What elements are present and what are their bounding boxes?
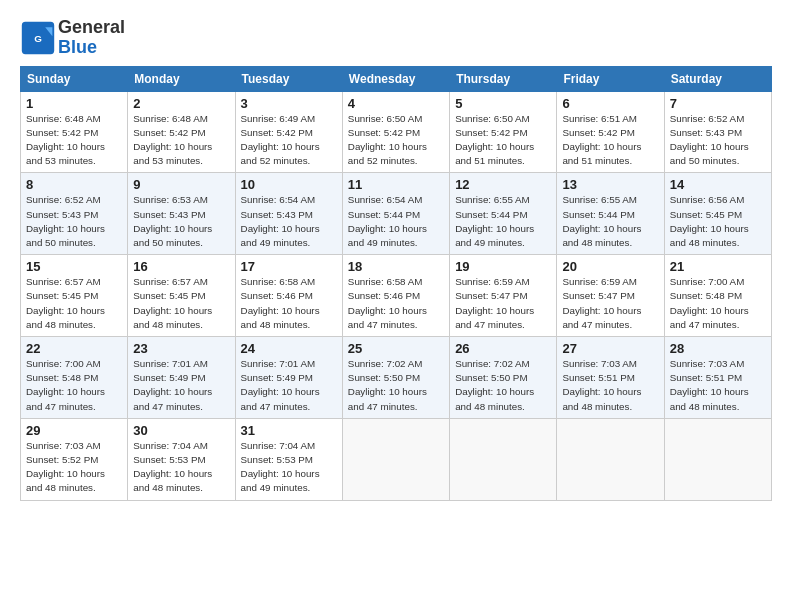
header: G General Blue xyxy=(20,18,772,58)
day-detail: Sunrise: 7:04 AM Sunset: 5:53 PM Dayligh… xyxy=(133,439,229,496)
day-detail: Sunrise: 7:01 AM Sunset: 5:49 PM Dayligh… xyxy=(133,357,229,414)
day-detail: Sunrise: 6:58 AM Sunset: 5:46 PM Dayligh… xyxy=(348,275,444,332)
day-number: 9 xyxy=(133,177,229,192)
day-detail: Sunrise: 6:52 AM Sunset: 5:43 PM Dayligh… xyxy=(670,112,766,169)
day-number: 30 xyxy=(133,423,229,438)
calendar-cell: 19Sunrise: 6:59 AM Sunset: 5:47 PM Dayli… xyxy=(450,255,557,337)
logo-text: General Blue xyxy=(58,18,125,58)
day-header-sunday: Sunday xyxy=(21,66,128,91)
day-number: 5 xyxy=(455,96,551,111)
calendar-page: G General Blue SundayMondayTuesdayWednes… xyxy=(0,0,792,511)
day-number: 17 xyxy=(241,259,337,274)
day-number: 20 xyxy=(562,259,658,274)
day-number: 8 xyxy=(26,177,122,192)
day-detail: Sunrise: 6:58 AM Sunset: 5:46 PM Dayligh… xyxy=(241,275,337,332)
logo-general: General xyxy=(58,17,125,37)
day-detail: Sunrise: 7:00 AM Sunset: 5:48 PM Dayligh… xyxy=(26,357,122,414)
day-number: 28 xyxy=(670,341,766,356)
calendar-cell: 24Sunrise: 7:01 AM Sunset: 5:49 PM Dayli… xyxy=(235,337,342,419)
calendar-cell xyxy=(450,418,557,500)
logo: G General Blue xyxy=(20,18,125,58)
calendar-week-4: 22Sunrise: 7:00 AM Sunset: 5:48 PM Dayli… xyxy=(21,337,772,419)
calendar-cell: 26Sunrise: 7:02 AM Sunset: 5:50 PM Dayli… xyxy=(450,337,557,419)
calendar-cell: 28Sunrise: 7:03 AM Sunset: 5:51 PM Dayli… xyxy=(664,337,771,419)
logo-blue: Blue xyxy=(58,37,97,57)
day-header-friday: Friday xyxy=(557,66,664,91)
day-detail: Sunrise: 6:53 AM Sunset: 5:43 PM Dayligh… xyxy=(133,193,229,250)
day-detail: Sunrise: 6:59 AM Sunset: 5:47 PM Dayligh… xyxy=(455,275,551,332)
day-header-tuesday: Tuesday xyxy=(235,66,342,91)
calendar-cell: 20Sunrise: 6:59 AM Sunset: 5:47 PM Dayli… xyxy=(557,255,664,337)
day-number: 15 xyxy=(26,259,122,274)
day-number: 6 xyxy=(562,96,658,111)
day-detail: Sunrise: 6:57 AM Sunset: 5:45 PM Dayligh… xyxy=(133,275,229,332)
calendar-cell: 5Sunrise: 6:50 AM Sunset: 5:42 PM Daylig… xyxy=(450,91,557,173)
calendar-cell xyxy=(342,418,449,500)
calendar-cell: 6Sunrise: 6:51 AM Sunset: 5:42 PM Daylig… xyxy=(557,91,664,173)
day-detail: Sunrise: 7:00 AM Sunset: 5:48 PM Dayligh… xyxy=(670,275,766,332)
calendar-cell xyxy=(557,418,664,500)
day-header-wednesday: Wednesday xyxy=(342,66,449,91)
day-detail: Sunrise: 6:54 AM Sunset: 5:44 PM Dayligh… xyxy=(348,193,444,250)
day-number: 2 xyxy=(133,96,229,111)
day-detail: Sunrise: 7:03 AM Sunset: 5:51 PM Dayligh… xyxy=(562,357,658,414)
day-detail: Sunrise: 6:59 AM Sunset: 5:47 PM Dayligh… xyxy=(562,275,658,332)
calendar-cell: 10Sunrise: 6:54 AM Sunset: 5:43 PM Dayli… xyxy=(235,173,342,255)
calendar-cell: 29Sunrise: 7:03 AM Sunset: 5:52 PM Dayli… xyxy=(21,418,128,500)
day-number: 12 xyxy=(455,177,551,192)
day-detail: Sunrise: 7:04 AM Sunset: 5:53 PM Dayligh… xyxy=(241,439,337,496)
day-number: 25 xyxy=(348,341,444,356)
day-detail: Sunrise: 6:57 AM Sunset: 5:45 PM Dayligh… xyxy=(26,275,122,332)
calendar-week-1: 1Sunrise: 6:48 AM Sunset: 5:42 PM Daylig… xyxy=(21,91,772,173)
day-detail: Sunrise: 6:51 AM Sunset: 5:42 PM Dayligh… xyxy=(562,112,658,169)
day-number: 4 xyxy=(348,96,444,111)
logo-icon: G xyxy=(20,20,56,56)
day-detail: Sunrise: 6:49 AM Sunset: 5:42 PM Dayligh… xyxy=(241,112,337,169)
day-detail: Sunrise: 6:52 AM Sunset: 5:43 PM Dayligh… xyxy=(26,193,122,250)
calendar-cell: 2Sunrise: 6:48 AM Sunset: 5:42 PM Daylig… xyxy=(128,91,235,173)
calendar-cell: 14Sunrise: 6:56 AM Sunset: 5:45 PM Dayli… xyxy=(664,173,771,255)
day-detail: Sunrise: 6:48 AM Sunset: 5:42 PM Dayligh… xyxy=(26,112,122,169)
calendar-cell: 3Sunrise: 6:49 AM Sunset: 5:42 PM Daylig… xyxy=(235,91,342,173)
day-detail: Sunrise: 6:55 AM Sunset: 5:44 PM Dayligh… xyxy=(562,193,658,250)
calendar-cell: 12Sunrise: 6:55 AM Sunset: 5:44 PM Dayli… xyxy=(450,173,557,255)
day-number: 26 xyxy=(455,341,551,356)
day-header-monday: Monday xyxy=(128,66,235,91)
day-detail: Sunrise: 7:03 AM Sunset: 5:52 PM Dayligh… xyxy=(26,439,122,496)
day-detail: Sunrise: 7:03 AM Sunset: 5:51 PM Dayligh… xyxy=(670,357,766,414)
day-number: 22 xyxy=(26,341,122,356)
calendar-cell: 9Sunrise: 6:53 AM Sunset: 5:43 PM Daylig… xyxy=(128,173,235,255)
day-detail: Sunrise: 6:48 AM Sunset: 5:42 PM Dayligh… xyxy=(133,112,229,169)
calendar-header-row: SundayMondayTuesdayWednesdayThursdayFrid… xyxy=(21,66,772,91)
calendar-cell: 7Sunrise: 6:52 AM Sunset: 5:43 PM Daylig… xyxy=(664,91,771,173)
calendar-cell: 13Sunrise: 6:55 AM Sunset: 5:44 PM Dayli… xyxy=(557,173,664,255)
calendar-cell: 17Sunrise: 6:58 AM Sunset: 5:46 PM Dayli… xyxy=(235,255,342,337)
day-number: 1 xyxy=(26,96,122,111)
svg-text:G: G xyxy=(34,32,42,43)
calendar-cell: 15Sunrise: 6:57 AM Sunset: 5:45 PM Dayli… xyxy=(21,255,128,337)
day-number: 13 xyxy=(562,177,658,192)
calendar-cell xyxy=(664,418,771,500)
calendar-table: SundayMondayTuesdayWednesdayThursdayFrid… xyxy=(20,66,772,501)
day-header-thursday: Thursday xyxy=(450,66,557,91)
calendar-cell: 23Sunrise: 7:01 AM Sunset: 5:49 PM Dayli… xyxy=(128,337,235,419)
day-detail: Sunrise: 7:01 AM Sunset: 5:49 PM Dayligh… xyxy=(241,357,337,414)
day-number: 14 xyxy=(670,177,766,192)
calendar-cell: 30Sunrise: 7:04 AM Sunset: 5:53 PM Dayli… xyxy=(128,418,235,500)
day-header-saturday: Saturday xyxy=(664,66,771,91)
day-number: 23 xyxy=(133,341,229,356)
calendar-body: 1Sunrise: 6:48 AM Sunset: 5:42 PM Daylig… xyxy=(21,91,772,500)
calendar-cell: 4Sunrise: 6:50 AM Sunset: 5:42 PM Daylig… xyxy=(342,91,449,173)
day-detail: Sunrise: 7:02 AM Sunset: 5:50 PM Dayligh… xyxy=(348,357,444,414)
calendar-week-3: 15Sunrise: 6:57 AM Sunset: 5:45 PM Dayli… xyxy=(21,255,772,337)
day-number: 3 xyxy=(241,96,337,111)
day-number: 10 xyxy=(241,177,337,192)
calendar-cell: 18Sunrise: 6:58 AM Sunset: 5:46 PM Dayli… xyxy=(342,255,449,337)
day-number: 24 xyxy=(241,341,337,356)
day-number: 7 xyxy=(670,96,766,111)
calendar-cell: 1Sunrise: 6:48 AM Sunset: 5:42 PM Daylig… xyxy=(21,91,128,173)
day-detail: Sunrise: 7:02 AM Sunset: 5:50 PM Dayligh… xyxy=(455,357,551,414)
day-detail: Sunrise: 6:50 AM Sunset: 5:42 PM Dayligh… xyxy=(348,112,444,169)
day-detail: Sunrise: 6:54 AM Sunset: 5:43 PM Dayligh… xyxy=(241,193,337,250)
day-number: 31 xyxy=(241,423,337,438)
